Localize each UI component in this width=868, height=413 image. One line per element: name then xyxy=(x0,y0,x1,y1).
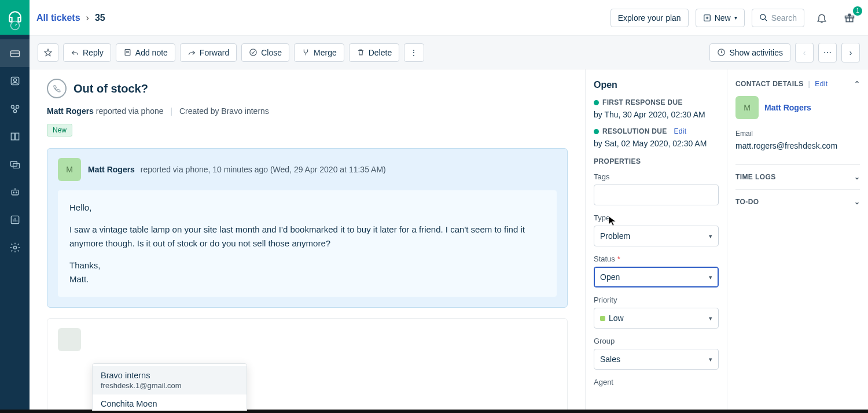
delete-button[interactable]: Delete xyxy=(349,43,399,62)
reply-icon xyxy=(71,48,79,57)
app-sidebar xyxy=(0,0,30,413)
star-button[interactable] xyxy=(38,43,58,62)
type-select[interactable]: Problem▾ xyxy=(594,226,719,246)
gift-badge: 1 xyxy=(853,6,862,16)
nav-contacts-icon[interactable] xyxy=(0,67,30,95)
edit-resolution-link[interactable]: Edit xyxy=(674,127,687,135)
breadcrumb-root[interactable]: All tickets xyxy=(36,13,80,23)
note-icon xyxy=(123,48,132,57)
priority-dot-icon xyxy=(600,316,605,321)
star-icon xyxy=(43,48,53,57)
todo-section[interactable]: TO-DO⌄ xyxy=(735,189,860,214)
chevron-down-icon: ⌄ xyxy=(854,173,860,181)
svg-point-6 xyxy=(13,110,16,113)
nav-social-icon[interactable] xyxy=(0,95,30,123)
svg-rect-1 xyxy=(10,51,19,57)
contact-email: matt.rogers@freshdesk.com xyxy=(735,141,860,150)
contact-panel: CONTACT DETAILS | Edit ⌃ M Matt Rogers E… xyxy=(727,69,868,411)
status-badge: New xyxy=(47,124,72,137)
tags-input[interactable] xyxy=(594,185,719,205)
search-button[interactable]: Search xyxy=(752,9,804,27)
chevron-down-icon: ⌄ xyxy=(854,198,860,206)
chevron-right-icon: › xyxy=(86,13,89,23)
conversation-body: Hello, I saw a vintage table lamp on you… xyxy=(58,190,557,297)
reply-button[interactable]: Reply xyxy=(63,43,111,62)
trash-icon xyxy=(356,48,365,57)
merge-icon xyxy=(301,48,310,57)
kebab-icon: ⋮ xyxy=(410,48,418,57)
cursor-icon xyxy=(608,216,616,228)
breadcrumb-id: 35 xyxy=(95,13,105,23)
chevron-down-icon: ▾ xyxy=(709,233,712,240)
chevron-up-icon[interactable]: ⌃ xyxy=(854,80,860,88)
check-circle-icon xyxy=(249,48,258,57)
breadcrumb: All tickets › 35 xyxy=(36,13,105,23)
svg-point-13 xyxy=(13,246,16,249)
resolution-value: by Sat, 02 May 2020, 02:30 AM xyxy=(594,139,719,148)
chevron-down-icon: ▾ xyxy=(734,14,737,21)
nav-forums-icon[interactable] xyxy=(0,150,30,178)
chevron-down-icon: ▾ xyxy=(709,356,712,363)
svg-point-11 xyxy=(16,192,17,193)
explore-plan-button[interactable]: Explore your plan xyxy=(610,9,689,27)
convo-meta: reported via phone, 10 minutes ago (Wed,… xyxy=(141,165,386,174)
svg-point-10 xyxy=(13,192,14,193)
avatar xyxy=(58,328,81,351)
more-actions-button[interactable]: ⋮ xyxy=(404,43,424,62)
avatar: M xyxy=(735,96,759,119)
svg-rect-18 xyxy=(125,50,130,56)
new-button[interactable]: New ▾ xyxy=(696,9,745,27)
status-title: Open xyxy=(594,80,719,90)
convo-author[interactable]: Matt Rogers xyxy=(88,165,135,174)
nav-reports-icon[interactable] xyxy=(0,206,30,234)
topbar: All tickets › 35 Explore your plan New ▾… xyxy=(30,0,868,36)
priority-select[interactable]: Low▾ xyxy=(594,308,719,329)
mention-autocomplete: Bravo interns freshdesk.1@gmail.com Conc… xyxy=(92,363,247,411)
svg-point-3 xyxy=(13,79,16,82)
search-icon xyxy=(759,13,768,22)
status-dot-icon xyxy=(594,100,599,105)
close-button[interactable]: Close xyxy=(241,43,289,62)
svg-point-19 xyxy=(250,49,256,56)
clock-icon xyxy=(717,48,726,57)
avatar: M xyxy=(58,158,81,181)
autocomplete-item[interactable]: Bravo interns freshdesk.1@gmail.com xyxy=(93,366,247,394)
forward-icon xyxy=(187,48,196,57)
svg-rect-7 xyxy=(10,161,17,166)
merge-button[interactable]: Merge xyxy=(294,43,344,62)
plus-icon xyxy=(703,14,711,22)
chevron-down-icon: ▾ xyxy=(709,315,712,322)
properties-heading: PROPERTIES xyxy=(594,157,719,165)
ticket-subject: Out of stock? xyxy=(73,82,148,95)
properties-panel: Open FIRST RESPONSE DUE by Thu, 30 Apr 2… xyxy=(585,69,727,411)
svg-point-15 xyxy=(760,14,766,20)
nav-tickets-icon[interactable] xyxy=(0,39,30,67)
gift-icon[interactable]: 1 xyxy=(839,8,860,28)
next-ticket-button[interactable]: › xyxy=(841,43,860,62)
expand-button[interactable]: ⋯ xyxy=(818,43,837,62)
show-activities-button[interactable]: Show activities xyxy=(709,43,790,62)
notifications-icon[interactable] xyxy=(811,8,832,28)
prev-ticket-button[interactable]: ‹ xyxy=(795,43,814,62)
forward-button[interactable]: Forward xyxy=(180,43,237,62)
reporter-link[interactable]: Matt Rogers xyxy=(47,106,94,116)
add-note-button[interactable]: Add note xyxy=(116,43,175,62)
autocomplete-item[interactable]: Conchita Moen freshdesk.3+20200424123229… xyxy=(93,394,247,411)
ticket-main: Out of stock? Matt Rogers reported via p… xyxy=(30,69,585,411)
phone-icon xyxy=(47,79,67,98)
edit-contact-link[interactable]: Edit xyxy=(815,80,827,88)
action-bar: Reply Add note Forward Close Merge Delet… xyxy=(30,36,868,69)
nav-solutions-icon[interactable] xyxy=(0,123,30,150)
timelogs-section[interactable]: TIME LOGS⌄ xyxy=(735,164,860,189)
nav-bots-icon[interactable] xyxy=(0,178,30,206)
conversation-card: M Matt Rogers reported via phone, 10 min… xyxy=(47,148,568,308)
svg-rect-8 xyxy=(13,163,19,168)
status-dot-icon xyxy=(594,129,599,134)
nav-admin-icon[interactable] xyxy=(0,234,30,261)
contact-name-link[interactable]: Matt Rogers xyxy=(764,103,811,112)
group-select[interactable]: Sales▾ xyxy=(594,349,719,370)
chevron-down-icon: ▾ xyxy=(709,274,712,281)
first-response-value: by Thu, 30 Apr 2020, 02:30 AM xyxy=(594,110,719,119)
svg-rect-9 xyxy=(12,190,19,195)
status-select[interactable]: Open▾ xyxy=(594,267,719,287)
